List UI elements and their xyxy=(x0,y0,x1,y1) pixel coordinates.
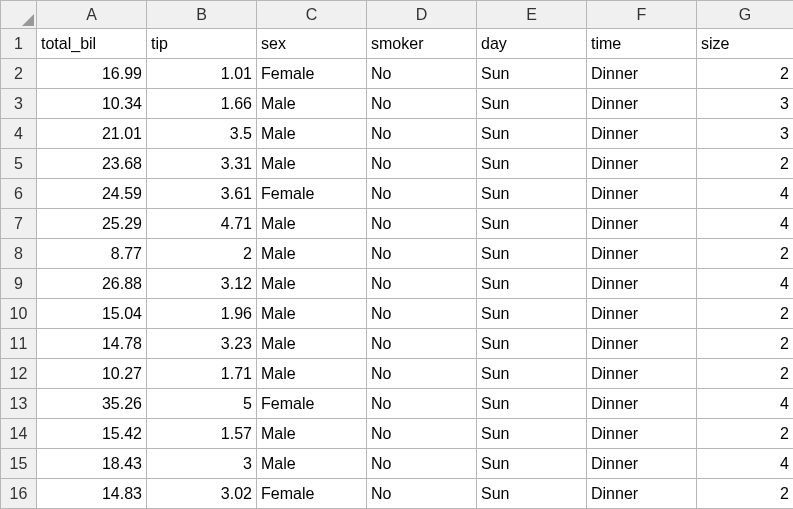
cell-B-14[interactable]: 1.57 xyxy=(147,419,257,449)
cell-B-9[interactable]: 3.12 xyxy=(147,269,257,299)
cell-G-4[interactable]: 3 xyxy=(697,119,794,149)
cell-D-5[interactable]: No xyxy=(367,149,477,179)
cell-G-15[interactable]: 4 xyxy=(697,449,794,479)
row-header-14[interactable]: 14 xyxy=(1,419,37,449)
cell-F-8[interactable]: Dinner xyxy=(587,239,697,269)
cell-A-3[interactable]: 10.34 xyxy=(37,89,147,119)
cell-C-5[interactable]: Male xyxy=(257,149,367,179)
cell-E-9[interactable]: Sun xyxy=(477,269,587,299)
cell-D-11[interactable]: No xyxy=(367,329,477,359)
header-cell-D[interactable]: smoker xyxy=(367,29,477,59)
cell-F-6[interactable]: Dinner xyxy=(587,179,697,209)
row-header-7[interactable]: 7 xyxy=(1,209,37,239)
cell-B-2[interactable]: 1.01 xyxy=(147,59,257,89)
row-header-10[interactable]: 10 xyxy=(1,299,37,329)
row-header-11[interactable]: 11 xyxy=(1,329,37,359)
cell-B-12[interactable]: 1.71 xyxy=(147,359,257,389)
cell-D-9[interactable]: No xyxy=(367,269,477,299)
cell-A-16[interactable]: 14.83 xyxy=(37,479,147,509)
row-header-4[interactable]: 4 xyxy=(1,119,37,149)
header-cell-F[interactable]: time xyxy=(587,29,697,59)
cell-F-16[interactable]: Dinner xyxy=(587,479,697,509)
cell-F-9[interactable]: Dinner xyxy=(587,269,697,299)
row-header-3[interactable]: 3 xyxy=(1,89,37,119)
cell-F-7[interactable]: Dinner xyxy=(587,209,697,239)
column-header-G[interactable]: G xyxy=(697,1,794,29)
row-header-1[interactable]: 1 xyxy=(1,29,37,59)
cell-B-5[interactable]: 3.31 xyxy=(147,149,257,179)
cell-E-7[interactable]: Sun xyxy=(477,209,587,239)
cell-B-7[interactable]: 4.71 xyxy=(147,209,257,239)
cell-G-6[interactable]: 4 xyxy=(697,179,794,209)
cell-C-14[interactable]: Male xyxy=(257,419,367,449)
cell-G-9[interactable]: 4 xyxy=(697,269,794,299)
cell-G-5[interactable]: 2 xyxy=(697,149,794,179)
cell-F-5[interactable]: Dinner xyxy=(587,149,697,179)
cell-E-2[interactable]: Sun xyxy=(477,59,587,89)
cell-E-4[interactable]: Sun xyxy=(477,119,587,149)
spreadsheet-grid[interactable]: ABCDEFG1total_biltipsexsmokerdaytimesize… xyxy=(0,0,793,509)
cell-F-10[interactable]: Dinner xyxy=(587,299,697,329)
cell-D-3[interactable]: No xyxy=(367,89,477,119)
cell-C-15[interactable]: Male xyxy=(257,449,367,479)
column-header-B[interactable]: B xyxy=(147,1,257,29)
row-header-8[interactable]: 8 xyxy=(1,239,37,269)
cell-E-5[interactable]: Sun xyxy=(477,149,587,179)
cell-F-13[interactable]: Dinner xyxy=(587,389,697,419)
cell-E-11[interactable]: Sun xyxy=(477,329,587,359)
cell-G-3[interactable]: 3 xyxy=(697,89,794,119)
cell-B-4[interactable]: 3.5 xyxy=(147,119,257,149)
cell-G-16[interactable]: 2 xyxy=(697,479,794,509)
cell-E-13[interactable]: Sun xyxy=(477,389,587,419)
column-header-D[interactable]: D xyxy=(367,1,477,29)
cell-C-12[interactable]: Male xyxy=(257,359,367,389)
cell-G-13[interactable]: 4 xyxy=(697,389,794,419)
cell-D-8[interactable]: No xyxy=(367,239,477,269)
cell-G-10[interactable]: 2 xyxy=(697,299,794,329)
cell-B-16[interactable]: 3.02 xyxy=(147,479,257,509)
row-header-5[interactable]: 5 xyxy=(1,149,37,179)
cell-C-4[interactable]: Male xyxy=(257,119,367,149)
cell-D-12[interactable]: No xyxy=(367,359,477,389)
header-cell-C[interactable]: sex xyxy=(257,29,367,59)
cell-C-6[interactable]: Female xyxy=(257,179,367,209)
cell-F-3[interactable]: Dinner xyxy=(587,89,697,119)
cell-A-11[interactable]: 14.78 xyxy=(37,329,147,359)
cell-D-13[interactable]: No xyxy=(367,389,477,419)
cell-D-4[interactable]: No xyxy=(367,119,477,149)
cell-C-8[interactable]: Male xyxy=(257,239,367,269)
cell-A-12[interactable]: 10.27 xyxy=(37,359,147,389)
cell-F-15[interactable]: Dinner xyxy=(587,449,697,479)
select-all-corner[interactable] xyxy=(1,1,37,29)
cell-A-8[interactable]: 8.77 xyxy=(37,239,147,269)
cell-A-7[interactable]: 25.29 xyxy=(37,209,147,239)
cell-A-2[interactable]: 16.99 xyxy=(37,59,147,89)
column-header-E[interactable]: E xyxy=(477,1,587,29)
cell-F-11[interactable]: Dinner xyxy=(587,329,697,359)
column-header-F[interactable]: F xyxy=(587,1,697,29)
cell-G-12[interactable]: 2 xyxy=(697,359,794,389)
cell-F-14[interactable]: Dinner xyxy=(587,419,697,449)
cell-B-11[interactable]: 3.23 xyxy=(147,329,257,359)
cell-G-14[interactable]: 2 xyxy=(697,419,794,449)
cell-A-4[interactable]: 21.01 xyxy=(37,119,147,149)
cell-A-15[interactable]: 18.43 xyxy=(37,449,147,479)
cell-D-15[interactable]: No xyxy=(367,449,477,479)
row-header-2[interactable]: 2 xyxy=(1,59,37,89)
cell-E-15[interactable]: Sun xyxy=(477,449,587,479)
cell-D-14[interactable]: No xyxy=(367,419,477,449)
cell-E-10[interactable]: Sun xyxy=(477,299,587,329)
cell-E-8[interactable]: Sun xyxy=(477,239,587,269)
cell-C-11[interactable]: Male xyxy=(257,329,367,359)
row-header-13[interactable]: 13 xyxy=(1,389,37,419)
cell-E-6[interactable]: Sun xyxy=(477,179,587,209)
cell-D-16[interactable]: No xyxy=(367,479,477,509)
cell-A-6[interactable]: 24.59 xyxy=(37,179,147,209)
cell-C-16[interactable]: Female xyxy=(257,479,367,509)
cell-C-2[interactable]: Female xyxy=(257,59,367,89)
cell-B-6[interactable]: 3.61 xyxy=(147,179,257,209)
cell-E-14[interactable]: Sun xyxy=(477,419,587,449)
cell-D-10[interactable]: No xyxy=(367,299,477,329)
cell-B-13[interactable]: 5 xyxy=(147,389,257,419)
cell-B-15[interactable]: 3 xyxy=(147,449,257,479)
